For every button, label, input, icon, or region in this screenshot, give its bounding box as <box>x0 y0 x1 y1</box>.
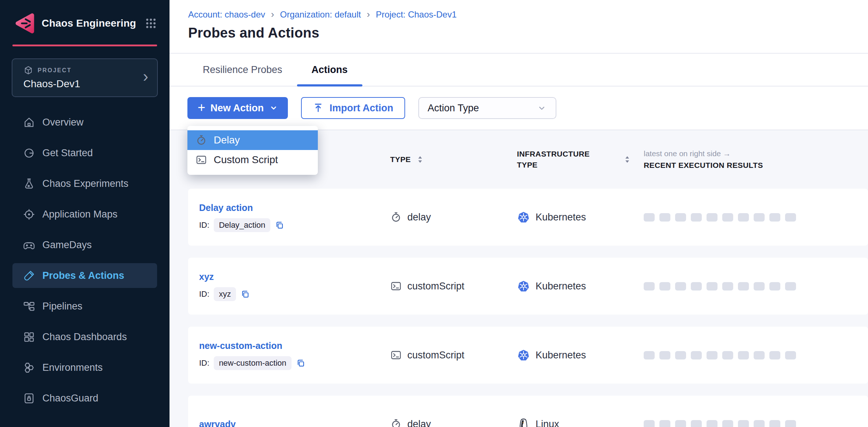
execution-result-placeholder <box>644 351 655 359</box>
terminal-icon <box>390 280 402 292</box>
sort-icon[interactable] <box>417 155 423 164</box>
tab-actions[interactable]: Actions <box>297 54 362 86</box>
execution-result-placeholder <box>754 420 765 427</box>
pipelines-icon <box>23 300 35 313</box>
type-cell: delay <box>390 211 517 223</box>
breadcrumb-organization[interactable]: Organization: default <box>280 9 361 20</box>
breadcrumb-project[interactable]: Project: Chaos-Dev1 <box>376 9 457 20</box>
action-name-link[interactable]: Delay action <box>199 203 390 213</box>
action-id: Delay_action <box>214 218 270 232</box>
execution-result-placeholder <box>769 282 780 291</box>
harness-chaos-logo-icon <box>13 12 36 35</box>
toolbar: + New Action Import Action Action Type D… <box>170 86 868 130</box>
type-cell: customScript <box>390 349 517 361</box>
terminal-icon <box>390 349 402 361</box>
execution-result-placeholder <box>769 213 780 222</box>
stopwatch-icon <box>195 134 207 146</box>
execution-result-placeholder <box>754 282 765 291</box>
execution-result-placeholder <box>659 351 670 359</box>
sidebar-item-chaos-dashboards[interactable]: Chaos Dashboards <box>12 324 157 349</box>
copy-icon[interactable] <box>296 358 305 368</box>
sidebar-item-overview[interactable]: Overview <box>12 110 157 135</box>
recent-execution-results <box>644 282 868 291</box>
upload-icon <box>313 103 324 114</box>
sidebar-item-chaosguard[interactable]: ChaosGuard <box>12 386 157 411</box>
execution-result-placeholder <box>785 420 796 427</box>
gamepad-icon <box>23 239 35 251</box>
flask-icon <box>23 177 35 190</box>
execution-result-placeholder <box>722 282 733 291</box>
execution-result-placeholder <box>675 282 686 291</box>
page-header: Account: chaos-dev › Organization: defau… <box>170 0 868 54</box>
action-name-link[interactable]: new-custom-action <box>199 341 390 351</box>
column-header-infrastructure-type: INFRASTRUCTURE TYPE <box>517 149 644 171</box>
recent-execution-results <box>644 351 868 359</box>
execution-result-placeholder <box>785 351 796 359</box>
column-header-recent-results: latest one on right side → RECENT EXECUT… <box>644 149 868 170</box>
get-started-icon <box>23 147 35 159</box>
execution-result-placeholder <box>691 213 702 222</box>
execution-result-placeholder <box>691 351 702 359</box>
tab-bar: Resilience Probes Actions <box>170 54 868 86</box>
sidebar-item-gamedays[interactable]: GameDays <box>12 232 157 257</box>
action-type-select[interactable]: Action Type <box>418 97 556 119</box>
copy-icon[interactable] <box>275 220 284 230</box>
sidebar-item-environments[interactable]: Environments <box>12 355 157 380</box>
terminal-icon <box>195 154 207 166</box>
column-header-type: TYPE <box>390 155 517 164</box>
target-icon <box>23 208 35 221</box>
brand-divider <box>12 45 157 46</box>
execution-result-placeholder <box>738 351 749 359</box>
infrastructure-cell: Kubernetes <box>517 280 644 293</box>
new-action-button[interactable]: + New Action <box>187 97 288 119</box>
kubernetes-icon <box>517 211 530 224</box>
sidebar-item-pipelines[interactable]: Pipelines <box>12 294 157 319</box>
recent-execution-results <box>644 420 868 427</box>
sidebar-item-get-started[interactable]: Get Started <box>12 141 157 165</box>
menu-item-custom-script[interactable]: Custom Script <box>187 150 318 170</box>
type-cell: delay <box>390 418 517 427</box>
tab-resilience-probes[interactable]: Resilience Probes <box>188 54 297 86</box>
execution-result-placeholder <box>754 351 765 359</box>
copy-icon[interactable] <box>240 289 250 299</box>
action-name-link[interactable]: awrvadv <box>199 419 390 427</box>
action-id: xyz <box>214 287 236 301</box>
infrastructure-cell: Kubernetes <box>517 349 644 362</box>
execution-result-placeholder <box>707 420 717 427</box>
app-grid-icon[interactable] <box>145 17 157 30</box>
execution-result-placeholder <box>738 420 749 427</box>
execution-result-placeholder <box>675 213 686 222</box>
hexagons-icon <box>23 361 35 374</box>
stopwatch-icon <box>390 211 402 223</box>
home-icon <box>23 116 35 129</box>
stopwatch-icon <box>390 418 402 427</box>
execution-result-placeholder <box>707 213 717 222</box>
sidebar-header: Chaos Engineering <box>0 0 170 45</box>
app-title: Chaos Engineering <box>42 18 136 29</box>
sidebar-item-probes-actions[interactable]: Probes & Actions <box>12 263 157 288</box>
breadcrumb-account[interactable]: Account: chaos-dev <box>188 9 265 20</box>
table-row: awrvadv delay Linux <box>188 396 868 427</box>
menu-item-delay[interactable]: Delay <box>187 130 318 150</box>
execution-result-placeholder <box>675 351 686 359</box>
recent-results-note: latest one on right side → <box>644 149 868 158</box>
sidebar-nav: Overview Get Started Chaos Experiments A… <box>0 110 170 411</box>
sidebar-item-chaos-experiments[interactable]: Chaos Experiments <box>12 171 157 196</box>
execution-result-placeholder <box>707 351 717 359</box>
type-cell: customScript <box>390 280 517 292</box>
execution-result-placeholder <box>769 351 780 359</box>
execution-result-placeholder <box>644 213 655 222</box>
linux-icon <box>517 418 530 427</box>
execution-result-placeholder <box>675 420 686 427</box>
chevron-right-icon: › <box>143 68 148 84</box>
sidebar-item-application-maps[interactable]: Application Maps <box>12 202 157 227</box>
import-action-button[interactable]: Import Action <box>301 97 405 119</box>
project-label: PROJECT <box>38 67 72 74</box>
execution-result-placeholder <box>659 282 670 291</box>
cube-icon <box>23 65 33 75</box>
sort-icon[interactable] <box>624 155 630 164</box>
chevron-right-icon: › <box>271 9 274 20</box>
recent-execution-results <box>644 213 868 222</box>
project-selector[interactable]: PROJECT Chaos-Dev1 › <box>12 58 158 97</box>
action-name-link[interactable]: xyz <box>199 272 390 282</box>
